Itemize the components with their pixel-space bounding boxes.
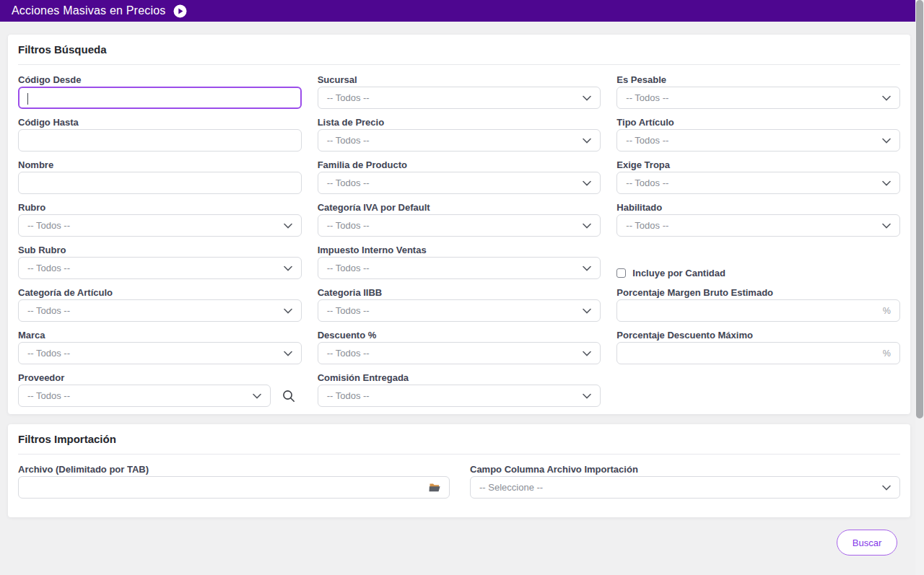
margen-bruto-label: Porcentaje Margen Bruto Estimado [616,286,900,299]
es-pesable-select-value: -- Todos -- [626,92,668,103]
codigo-hasta-inputwrap [18,129,302,152]
archivo-label: Archivo (Delimitado por TAB) [18,463,450,476]
habilitado-select-value: -- Todos -- [626,220,668,231]
incluye-por-cantidad-checkbox[interactable] [616,268,626,278]
buscar-button[interactable]: Buscar [837,530,897,556]
field-descuento: Descuento % -- Todos -- [318,329,601,372]
field-rubro: Rubro -- Todos -- [18,201,302,244]
lista-precio-label: Lista de Precio [318,116,601,129]
categoria-iva-select-value: -- Todos -- [327,220,370,231]
sub-rubro-select-value: -- Todos -- [27,263,70,273]
open-folder-icon[interactable] [428,481,442,496]
filters-column-2: Sucursal -- Todos -- Lista de Precio -- … [318,74,601,414]
impuesto-interno-select[interactable]: -- Todos -- [318,257,601,279]
descuento-label: Descuento % [318,329,601,342]
proveedor-search-icon[interactable] [282,390,295,403]
codigo-hasta-input[interactable] [19,130,301,151]
chevron-down-icon [284,265,292,271]
field-tipo-articulo: Tipo Artículo -- Todos -- [616,116,900,159]
rubro-select[interactable]: -- Todos -- [18,214,302,237]
comision-entregada-label: Comisión Entregada [318,372,601,385]
chevron-down-icon [583,393,591,399]
field-descuento-maximo: Porcentaje Descuento Máximo % [616,329,900,372]
impuesto-interno-select-value: -- Todos -- [327,263,370,273]
chevron-down-icon [583,265,591,271]
proveedor-select[interactable]: -- Todos -- [18,385,271,407]
codigo-desde-input[interactable] [19,88,300,107]
chevron-down-icon [583,95,591,101]
categoria-iibb-select[interactable]: -- Todos -- [318,299,601,322]
sucursal-select-value: -- Todos -- [327,92,370,103]
scrollbar-thumb[interactable] [916,0,923,418]
field-categoria-iva: Categoría IVA por Default -- Todos -- [318,201,601,244]
marca-select[interactable]: -- Todos -- [18,342,302,364]
field-incluye-por-cantidad: Incluye por Cantidad [616,244,900,286]
exige-tropa-select[interactable]: -- Todos -- [616,172,900,194]
familia-producto-select[interactable]: -- Todos -- [318,172,601,194]
field-codigo-desde: Código Desde [18,74,302,116]
text-caret [27,93,28,105]
chevron-down-icon [583,351,591,356]
archivo-inputwrap [18,476,450,499]
marca-select-value: -- Todos -- [27,348,70,359]
sucursal-select[interactable]: -- Todos -- [318,87,601,109]
import-filters-card: Filtros Importación Archivo (Delimitado … [8,424,910,517]
exige-tropa-label: Exige Tropa [616,159,900,172]
field-margen-bruto: Porcentaje Margen Bruto Estimado % [616,286,900,329]
comision-entregada-select[interactable]: -- Todos -- [318,385,601,407]
field-categoria-iibb: Categoria IIBB -- Todos -- [318,286,601,329]
field-familia-producto: Familia de Producto -- Todos -- [318,159,601,201]
categoria-iva-label: Categoría IVA por Default [318,201,601,214]
import-filters-grid: Archivo (Delimitado por TAB) Campo Colum… [18,455,900,517]
chevron-down-icon [583,138,591,144]
search-filters-grid: Código Desde Código Hasta Nombre [18,65,900,414]
page-header: Acciones Masivas en Precios [0,0,915,22]
chevron-down-icon [284,351,292,356]
margen-bruto-input[interactable] [617,300,899,321]
chevron-down-icon [583,180,591,186]
proveedor-select-value: -- Todos -- [27,390,70,401]
field-exige-tropa: Exige Tropa -- Todos -- [616,159,900,201]
comision-entregada-select-value: -- Todos -- [327,390,370,401]
vertical-scrollbar[interactable] [915,0,924,575]
marca-label: Marca [18,329,302,342]
search-filters-card: Filtros Búsqueda Código Desde Código Has… [8,35,910,414]
codigo-desde-label: Código Desde [18,74,302,87]
chevron-down-icon [583,223,591,229]
categoria-articulo-label: Categoría de Artículo [18,286,302,299]
campo-columna-label: Campo Columna Archivo Importación [470,463,900,476]
habilitado-select[interactable]: -- Todos -- [616,214,900,237]
page-content: Filtros Búsqueda Código Desde Código Has… [0,22,915,575]
chevron-down-icon [284,223,292,229]
filters-column-1: Código Desde Código Hasta Nombre [18,74,302,414]
nombre-input[interactable] [19,172,301,193]
campo-columna-select[interactable]: -- Seleccione -- [470,476,900,499]
es-pesable-select[interactable]: -- Todos -- [616,87,900,109]
categoria-iibb-select-value: -- Todos -- [327,305,370,316]
field-proveedor: Proveedor -- Todos -- [18,372,302,414]
sub-rubro-label: Sub Rubro [18,244,302,257]
codigo-desde-inputwrap [18,87,302,109]
incluye-por-cantidad-label[interactable]: Incluye por Cantidad [632,268,725,278]
chevron-down-icon [253,393,261,399]
rubro-label: Rubro [18,201,302,214]
descuento-maximo-inputwrap: % [616,342,900,364]
exige-tropa-select-value: -- Todos -- [626,177,668,188]
descuento-maximo-input[interactable] [617,343,899,364]
empty-slot [616,372,900,414]
sub-rubro-select[interactable]: -- Todos -- [18,257,302,279]
field-es-pesable: Es Pesable -- Todos -- [616,74,900,116]
lista-precio-select[interactable]: -- Todos -- [318,129,601,152]
play-circle-icon[interactable] [173,4,187,18]
archivo-input[interactable] [19,477,449,498]
tipo-articulo-select[interactable]: -- Todos -- [616,129,900,152]
search-filters-title: Filtros Búsqueda [18,43,900,56]
field-sucursal: Sucursal -- Todos -- [318,74,601,116]
field-archivo: Archivo (Delimitado por TAB) [18,463,450,499]
categoria-articulo-select[interactable]: -- Todos -- [18,299,302,322]
descuento-select[interactable]: -- Todos -- [318,342,601,364]
familia-producto-select-value: -- Todos -- [327,177,370,188]
chevron-down-icon [882,95,891,101]
field-impuesto-interno: Impuesto Interno Ventas -- Todos -- [318,244,601,286]
categoria-iva-select[interactable]: -- Todos -- [318,214,601,237]
